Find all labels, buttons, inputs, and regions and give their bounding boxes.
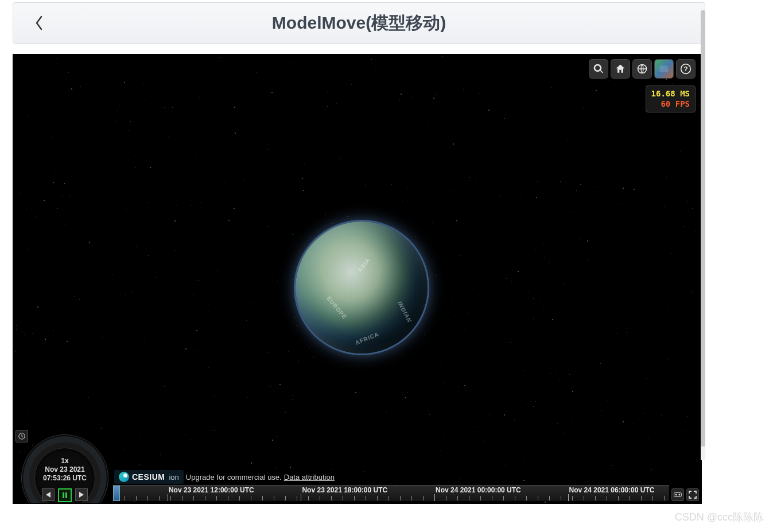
clock-date: Nov 23 2021 (22, 465, 108, 474)
svg-rect-1 (660, 65, 669, 72)
earth-label-indian: Indian (396, 300, 413, 324)
timeline-minor-ticks (113, 496, 669, 500)
chevron-left-icon (34, 15, 44, 31)
timeline-tick: Nov 23 2021 12:00:00 UTC (169, 486, 254, 494)
geocoder-button[interactable] (589, 59, 608, 79)
earth-globe[interactable]: ASIA EUROPE AFRICA Indian (296, 222, 428, 354)
cesium-viewer[interactable]: ASIA EUROPE AFRICA Indian ? 16.68 MS 60 … (13, 54, 702, 504)
viewer-toolbar: ? (589, 59, 696, 79)
globe-icon (636, 63, 648, 75)
svg-rect-5 (63, 492, 64, 498)
cesium-logo[interactable]: CESIUM ion (114, 470, 184, 484)
fullscreen-button[interactable] (686, 488, 699, 501)
timeline[interactable]: Nov 23 2021 12:00:00 UTCNov 23 2021 18:0… (113, 485, 669, 501)
timeline-needle[interactable] (113, 486, 120, 501)
vr-button[interactable] (671, 488, 684, 501)
home-icon (615, 63, 626, 75)
earth-label-asia: ASIA (356, 257, 371, 273)
svg-rect-7 (674, 493, 682, 497)
clock-multiplier: 1x (22, 457, 108, 465)
svg-point-8 (675, 494, 677, 496)
earth-label-europe: EUROPE (325, 295, 348, 320)
data-attribution-link[interactable]: Data attribution (284, 473, 335, 481)
system-time-button[interactable] (15, 430, 28, 442)
vertical-scrollbar[interactable] (701, 10, 705, 460)
app-header: ModelMove(模型移动) (13, 2, 705, 44)
clock-time: 07:53:26 UTC (22, 474, 108, 483)
earth-label-africa: AFRICA (354, 331, 380, 346)
clock-icon (18, 432, 26, 440)
back-button[interactable] (13, 3, 65, 43)
frame-ms: 16.68 MS (651, 89, 690, 99)
timeline-tick: Nov 24 2021 06:00:00 UTC (569, 486, 655, 494)
timeline-tick: Nov 23 2021 18:00:00 UTC (302, 486, 387, 494)
play-forward-icon (78, 491, 85, 498)
bottom-right-controls (671, 488, 699, 501)
scene-mode-button[interactable] (632, 59, 652, 79)
scrollbar-thumb[interactable] (701, 10, 705, 446)
home-button[interactable] (611, 59, 630, 79)
cesium-logo-text: CESIUM (132, 472, 165, 481)
imagery-icon (658, 63, 670, 75)
base-layer-button[interactable] (654, 59, 674, 79)
play-reverse-icon (45, 491, 52, 498)
help-button[interactable]: ? (676, 59, 696, 79)
fullscreen-icon (689, 491, 697, 499)
cesium-logo-icon (119, 472, 129, 482)
clock-display: 1x Nov 23 2021 07:53:26 UTC (22, 457, 108, 483)
cesium-ion-text: ion (169, 473, 178, 481)
svg-text:?: ? (683, 65, 687, 72)
svg-rect-6 (65, 492, 67, 498)
vr-icon (674, 491, 682, 499)
performance-overlay: 16.68 MS 60 FPS (646, 86, 696, 112)
pause-icon (61, 492, 68, 499)
csdn-watermark: CSDN @ccc陈陈陈 (675, 510, 764, 524)
help-icon: ? (680, 63, 692, 75)
upgrade-text: Upgrade for commercial use. (186, 473, 282, 481)
shuttle-ring[interactable]: 1x Nov 23 2021 07:53:26 UTC (21, 434, 108, 504)
timeline-tick: Nov 24 2021 00:00:00 UTC (436, 486, 521, 494)
play-forward-button[interactable] (75, 488, 88, 501)
credit-bar: CESIUM ion Upgrade for commercial use. D… (114, 470, 335, 484)
play-reverse-button[interactable] (42, 488, 55, 501)
pause-button[interactable] (58, 488, 72, 502)
svg-point-9 (678, 494, 680, 496)
page-title: ModelMove(模型移动) (65, 11, 705, 35)
frame-fps: 60 FPS (651, 99, 690, 110)
animation-widget[interactable]: 1x Nov 23 2021 07:53:26 UTC (15, 430, 108, 501)
search-icon (593, 63, 604, 75)
